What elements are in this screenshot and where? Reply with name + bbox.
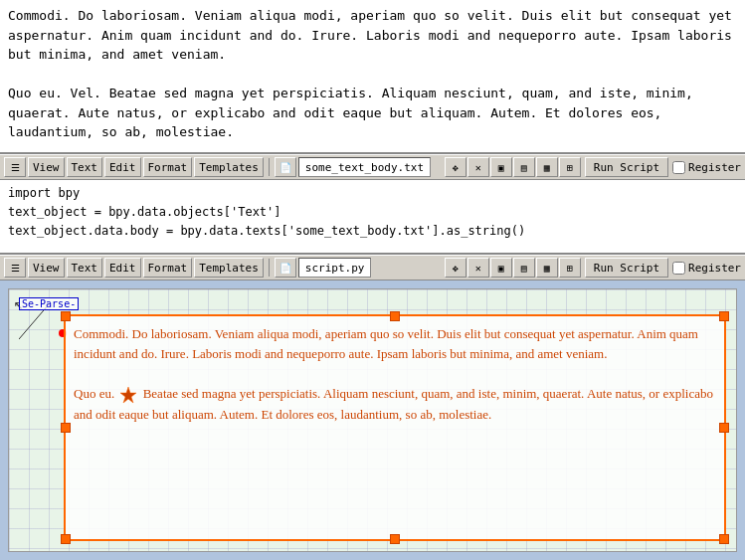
top-edit-btn[interactable]: Edit [104, 157, 141, 177]
canvas-text-p1: Commodi. Do laboriosam. Veniam aliqua mo… [74, 326, 698, 361]
script-run-script-btn[interactable]: Run Script [585, 258, 668, 278]
top-menu-icon[interactable]: ☰ [4, 157, 26, 177]
top-filename[interactable]: some_text_body.txt [298, 157, 431, 177]
script-view-btn[interactable]: View [28, 258, 65, 278]
top-run-script-btn[interactable]: Run Script [585, 157, 668, 177]
script-editor: import bpy text_object = bpy.data.object… [0, 180, 745, 255]
canvas-panel[interactable]: ↖ Se-Parse- Commodi. Do laboriosam. Veni… [0, 280, 745, 560]
view1-icon[interactable]: ▣ [490, 157, 512, 177]
frame-handle-bl[interactable] [61, 534, 71, 544]
frame-handle-rm[interactable] [719, 423, 729, 433]
frame-handle-br[interactable] [719, 534, 729, 544]
top-text-editor: Commodi. Do laboriosam. Veniam aliqua mo… [0, 0, 745, 154]
script-menu-icon[interactable]: ☰ [4, 258, 26, 278]
toolbar-sep-1 [269, 158, 270, 176]
script-view4-icon[interactable]: ⊞ [559, 258, 581, 278]
canvas-inner: ↖ Se-Parse- Commodi. Do laboriosam. Veni… [8, 288, 737, 552]
top-register-checkbox[interactable] [672, 161, 685, 174]
frame-handle-tr[interactable] [719, 311, 729, 321]
frame-handle-bm[interactable] [390, 534, 400, 544]
script-file-icon[interactable]: 📄 [275, 258, 296, 278]
script-register-checkbox[interactable] [672, 262, 685, 275]
top-file-icon[interactable]: 📄 [275, 157, 296, 177]
script-content[interactable]: import bpy text_object = bpy.data.object… [0, 180, 745, 246]
top-text-content[interactable]: Commodi. Do laboriosam. Veniam aliqua mo… [0, 0, 745, 144]
top-register-label: Register [688, 161, 741, 174]
canvas-text-p3: Beatae sed magna yet perspiciatis. Aliqu… [74, 386, 713, 421]
script-edit-btn[interactable]: Edit [104, 258, 141, 278]
canvas-text-frame[interactable]: Commodi. Do laboriosam. Veniam aliqua mo… [64, 314, 726, 541]
svg-marker-1 [120, 387, 136, 403]
top-register-area: Register [672, 161, 741, 174]
frame-handle-tl[interactable] [61, 311, 71, 321]
top-view-btn[interactable]: View [28, 157, 65, 177]
top-toolbar: ☰ View Text Edit Format Templates 📄 some… [0, 154, 745, 180]
canvas-text-content: Commodi. Do laboriosam. Veniam aliqua mo… [74, 324, 716, 425]
canvas-text-p2: Quo eu. [74, 386, 114, 401]
script-text-btn[interactable]: Text [67, 258, 103, 278]
view4-icon[interactable]: ⊞ [559, 157, 581, 177]
top-templates-btn[interactable]: Templates [194, 157, 264, 177]
script-filename[interactable]: script.py [298, 258, 372, 278]
script-view2-icon[interactable]: ▤ [513, 258, 535, 278]
script-icon-group: ✥ ✕ ▣ ▤ ▦ ⊞ [445, 258, 581, 278]
frame-handle-tm[interactable] [390, 311, 400, 321]
script-close-icon[interactable]: ✕ [467, 258, 489, 278]
top-format-btn[interactable]: Format [143, 157, 193, 177]
script-toolbar: ☰ View Text Edit Format Templates 📄 scri… [0, 255, 745, 280]
flower-icon [119, 386, 137, 404]
script-templates-btn[interactable]: Templates [194, 258, 264, 278]
script-view3-icon[interactable]: ▦ [536, 258, 558, 278]
top-icon-group: ✥ ✕ ▣ ▤ ▦ ⊞ [445, 157, 581, 177]
view3-icon[interactable]: ▦ [536, 157, 558, 177]
script-view1-icon[interactable]: ▣ [490, 258, 512, 278]
script-format-btn[interactable]: Format [143, 258, 193, 278]
view2-icon[interactable]: ▤ [513, 157, 535, 177]
script-register-area: Register [672, 262, 741, 275]
frame-handle-lm[interactable] [61, 423, 71, 433]
close-icon[interactable]: ✕ [467, 157, 489, 177]
script-move-icon[interactable]: ✥ [445, 258, 466, 278]
parse-label: Se-Parse- [19, 297, 79, 310]
move-icon[interactable]: ✥ [445, 157, 466, 177]
script-toolbar-sep [269, 259, 270, 277]
top-text-btn[interactable]: Text [67, 157, 103, 177]
script-register-label: Register [688, 262, 741, 275]
